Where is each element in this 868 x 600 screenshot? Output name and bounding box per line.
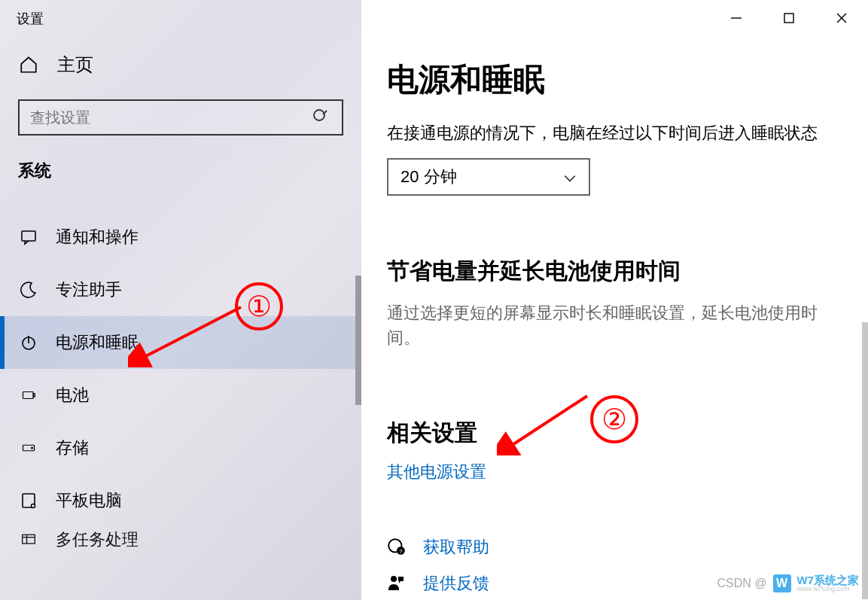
nav-item-label: 多任务处理 [56,528,139,551]
nav-item-label: 平板电脑 [56,489,122,512]
power-icon [18,332,39,353]
window-controls [710,0,868,36]
search-input[interactable] [30,109,312,126]
multitask-icon [18,529,39,550]
sleep-timeout-dropdown[interactable]: 20 分钟 [387,158,590,196]
moon-icon [18,279,39,300]
help-label: 获取帮助 [423,536,489,559]
unknown-icon [18,193,39,211]
watermark-logo-icon: W [773,574,791,592]
maximize-button[interactable] [763,0,815,36]
svg-point-0 [314,110,324,120]
nav-list: 通知和操作 专注助手 电源和睡眠 电池 存储 [0,193,361,553]
tablet-icon [18,490,39,511]
svg-rect-6 [34,394,35,397]
search-icon [312,108,331,127]
svg-text:?: ? [399,548,402,555]
sidebar: 设置 主页 系统 通知和操作 专注助手 [0,0,361,600]
svg-rect-11 [23,535,35,544]
svg-point-21 [391,576,397,582]
additional-power-settings-link[interactable]: 其他电源设置 [387,462,486,481]
chevron-down-icon [563,170,577,184]
category-label: 系统 [0,149,361,193]
related-settings-title: 相关设置 [387,418,842,449]
sleep-setting-label: 在接通电源的情况下，电脑在经过以下时间后进入睡眠状态 [387,122,842,145]
nav-item-tablet[interactable]: 平板电脑 [0,474,361,527]
svg-rect-5 [23,392,34,399]
window-title: 设置 [0,0,361,38]
feedback-label: 提供反馈 [423,572,489,595]
battery-icon [18,385,39,406]
help-icon: ? [387,538,407,557]
nav-item-label: 电池 [56,384,89,407]
drive-icon [18,437,39,458]
get-help-link[interactable]: ? 获取帮助 [387,536,842,559]
search-input-box[interactable] [18,99,343,136]
nav-home-label: 主页 [57,53,93,77]
nav-item-label: 电源和睡眠 [56,331,139,354]
search-container [18,99,343,136]
sidebar-scrollbar[interactable] [355,276,361,405]
close-button[interactable] [815,0,868,36]
watermark: CSDN @ W W7系统之家 www.w7tong.com [717,574,859,592]
nav-item-notifications[interactable]: 通知和操作 [0,211,361,263]
svg-rect-2 [22,231,35,241]
watermark-csdn: CSDN @ [717,577,766,590]
svg-point-10 [32,504,35,508]
nav-item-battery[interactable]: 电池 [0,369,361,422]
nav-item-label: 通知和操作 [56,226,139,248]
nav-item-multitask[interactable]: 多任务处理 [0,527,361,553]
svg-rect-15 [784,14,793,23]
svg-point-8 [32,447,33,449]
conserve-title: 节省电量并延长电池使用时间 [387,256,842,287]
nav-home[interactable]: 主页 [0,38,361,92]
nav-item-partial[interactable] [0,193,361,211]
watermark-brand: W7系统之家 www.w7tong.com [797,574,860,592]
feedback-icon [387,574,407,593]
main-content: 电源和睡眠 在接通电源的情况下，电脑在经过以下时间后进入睡眠状态 20 分钟 节… [361,0,868,600]
minimize-button[interactable] [710,0,763,36]
nav-item-storage[interactable]: 存储 [0,422,361,474]
nav-item-power[interactable]: 电源和睡眠 [0,316,361,369]
home-icon [18,54,39,75]
main-scrollbar[interactable] [862,322,868,599]
chat-icon [18,227,39,248]
conserve-description: 通过选择更短的屏幕显示时长和睡眠设置，延长电池使用时间。 [387,300,839,350]
nav-item-label: 专注助手 [56,279,122,301]
page-title: 电源和睡眠 [387,59,842,101]
nav-item-label: 存储 [56,437,89,459]
dropdown-value: 20 分钟 [400,166,457,188]
nav-item-focus[interactable]: 专注助手 [0,263,361,316]
